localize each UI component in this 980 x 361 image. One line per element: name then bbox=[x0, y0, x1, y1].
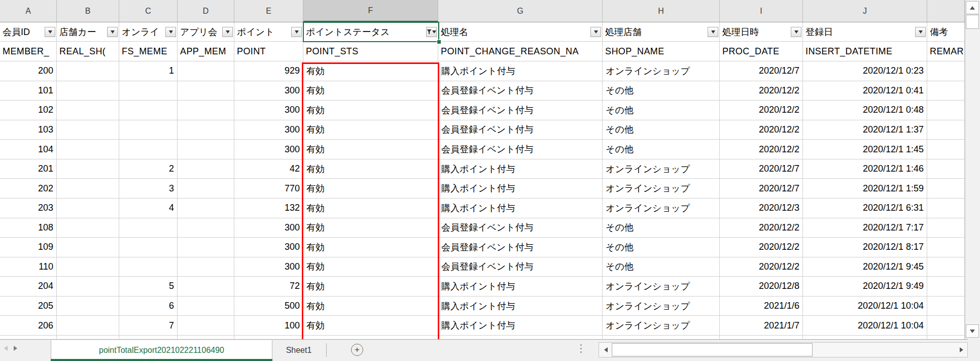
cell-G4[interactable]: 会員登録イベント付与 bbox=[438, 81, 603, 101]
header-cell-J1[interactable]: 登録日 bbox=[803, 22, 927, 42]
filter-button-B[interactable] bbox=[107, 27, 118, 37]
filter-button-J[interactable] bbox=[915, 27, 926, 37]
header-cell-C1[interactable]: オンライ bbox=[119, 22, 178, 42]
cell-H3[interactable]: オンラインショップ bbox=[603, 61, 720, 81]
cell-A4[interactable]: 101 bbox=[0, 81, 57, 101]
tab-scroll-right-icon[interactable] bbox=[14, 346, 17, 351]
cell-F15[interactable]: 有効 bbox=[303, 297, 438, 316]
cell-K9[interactable] bbox=[927, 179, 965, 199]
cell-C6[interactable] bbox=[119, 120, 178, 140]
cell-J16[interactable]: 2020/12/1 10:04 bbox=[803, 316, 927, 336]
header-cell-F2[interactable]: POINT_STS bbox=[303, 42, 438, 61]
column-header-H[interactable]: H bbox=[603, 0, 720, 22]
scroll-down-button[interactable] bbox=[966, 324, 979, 338]
cell-E16[interactable]: 100 bbox=[234, 316, 303, 336]
cell-I9[interactable]: 2020/12/7 bbox=[720, 179, 803, 199]
scroll-left-button[interactable] bbox=[600, 343, 612, 356]
header-cell-D2[interactable]: APP_MEM bbox=[178, 42, 234, 61]
cell-B10[interactable] bbox=[57, 199, 119, 218]
cell-D9[interactable] bbox=[178, 179, 234, 199]
cell-D13[interactable] bbox=[178, 257, 234, 277]
cell-D10[interactable] bbox=[178, 199, 234, 218]
column-header-C[interactable]: C bbox=[119, 0, 178, 22]
header-cell-A2[interactable]: MEMBER_ bbox=[0, 42, 57, 61]
cell-H12[interactable]: その他 bbox=[603, 238, 720, 257]
cell-I10[interactable]: 2020/12/3 bbox=[720, 199, 803, 218]
cell-D16[interactable] bbox=[178, 316, 234, 336]
header-cell-G1[interactable]: 処理名 bbox=[438, 22, 603, 42]
cell-E11[interactable]: 300 bbox=[234, 218, 303, 238]
cell-A14[interactable]: 204 bbox=[0, 277, 57, 297]
cell-I13[interactable]: 2020/12/2 bbox=[720, 257, 803, 277]
cell-D8[interactable] bbox=[178, 159, 234, 179]
header-cell-I1[interactable]: 処理日時 bbox=[720, 22, 803, 42]
cell-B16[interactable] bbox=[57, 316, 119, 336]
cell-K13[interactable] bbox=[927, 257, 965, 277]
header-cell-G2[interactable]: POINT_CHANGE_REASON_NA bbox=[438, 42, 603, 61]
cell-I12[interactable]: 2020/12/2 bbox=[720, 238, 803, 257]
cell-K8[interactable] bbox=[927, 159, 965, 179]
cell-A8[interactable]: 201 bbox=[0, 159, 57, 179]
cell-J8[interactable]: 2020/12/1 1:46 bbox=[803, 159, 927, 179]
cell-E10[interactable]: 132 bbox=[234, 199, 303, 218]
cell-D11[interactable] bbox=[178, 218, 234, 238]
cell-D3[interactable] bbox=[178, 61, 234, 81]
cell-K6[interactable] bbox=[927, 120, 965, 140]
cell-H7[interactable]: その他 bbox=[603, 140, 720, 159]
cell-G7[interactable]: 会員登録イベント付与 bbox=[438, 140, 603, 159]
header-cell-B2[interactable]: REAL_SH( bbox=[57, 42, 119, 61]
cell-G12[interactable]: 会員登録イベント付与 bbox=[438, 238, 603, 257]
cell-G10[interactable]: 購入ポイント付与 bbox=[438, 199, 603, 218]
cell-G3[interactable]: 購入ポイント付与 bbox=[438, 61, 603, 81]
cell-I5[interactable]: 2020/12/2 bbox=[720, 101, 803, 120]
cell-E12[interactable]: 300 bbox=[234, 238, 303, 257]
cell-J11[interactable]: 2020/12/1 7:17 bbox=[803, 218, 927, 238]
filter-button-E[interactable] bbox=[291, 27, 302, 37]
cell-K10[interactable] bbox=[927, 199, 965, 218]
cell-F7[interactable]: 有効 bbox=[303, 140, 438, 159]
horizontal-scroll-thumb[interactable] bbox=[612, 343, 813, 356]
cell-F3[interactable]: 有効 bbox=[303, 61, 438, 81]
cell-B15[interactable] bbox=[57, 297, 119, 316]
cell-K11[interactable] bbox=[927, 218, 965, 238]
cell-D14[interactable] bbox=[178, 277, 234, 297]
column-header-F[interactable]: F bbox=[303, 0, 438, 22]
cell-D12[interactable] bbox=[178, 238, 234, 257]
cell-J13[interactable]: 2020/12/1 9:45 bbox=[803, 257, 927, 277]
cell-E3[interactable]: 929 bbox=[234, 61, 303, 81]
cell-C5[interactable] bbox=[119, 101, 178, 120]
cell-D7[interactable] bbox=[178, 140, 234, 159]
cell-F6[interactable]: 有効 bbox=[303, 120, 438, 140]
column-header-K[interactable] bbox=[927, 0, 965, 22]
cell-G5[interactable]: 会員登録イベント付与 bbox=[438, 101, 603, 120]
cell-F8[interactable]: 有効 bbox=[303, 159, 438, 179]
cell-K5[interactable] bbox=[927, 101, 965, 120]
cell-H10[interactable]: オンラインショップ bbox=[603, 199, 720, 218]
cell-C16[interactable]: 7 bbox=[119, 316, 178, 336]
cell-B8[interactable] bbox=[57, 159, 119, 179]
cell-J5[interactable]: 2020/12/1 0:48 bbox=[803, 101, 927, 120]
cell-K16[interactable] bbox=[927, 316, 965, 336]
cell-G13[interactable]: 会員登録イベント付与 bbox=[438, 257, 603, 277]
tab-scroll-controls[interactable] bbox=[4, 346, 17, 351]
cell-I11[interactable]: 2020/12/2 bbox=[720, 218, 803, 238]
header-cell-C2[interactable]: FS_MEME bbox=[119, 42, 178, 61]
column-header-E[interactable]: E bbox=[234, 0, 303, 22]
cell-C3[interactable]: 1 bbox=[119, 61, 178, 81]
cell-I15[interactable]: 2021/1/6 bbox=[720, 297, 803, 316]
cell-H9[interactable]: オンラインショップ bbox=[603, 179, 720, 199]
cell-F16[interactable]: 有効 bbox=[303, 316, 438, 336]
filter-button-A[interactable] bbox=[45, 27, 55, 37]
cell-H16[interactable]: オンラインショップ bbox=[603, 316, 720, 336]
horizontal-scrollbar[interactable] bbox=[599, 342, 968, 357]
cell-B3[interactable] bbox=[57, 61, 119, 81]
filter-button-I[interactable] bbox=[791, 27, 801, 37]
cell-B7[interactable] bbox=[57, 140, 119, 159]
cell-B14[interactable] bbox=[57, 277, 119, 297]
cell-K15[interactable] bbox=[927, 297, 965, 316]
column-header-J[interactable]: J bbox=[803, 0, 927, 22]
column-header-D[interactable]: D bbox=[178, 0, 234, 22]
cell-C8[interactable]: 2 bbox=[119, 159, 178, 179]
cell-E7[interactable]: 300 bbox=[234, 140, 303, 159]
cell-I3[interactable]: 2020/12/7 bbox=[720, 61, 803, 81]
